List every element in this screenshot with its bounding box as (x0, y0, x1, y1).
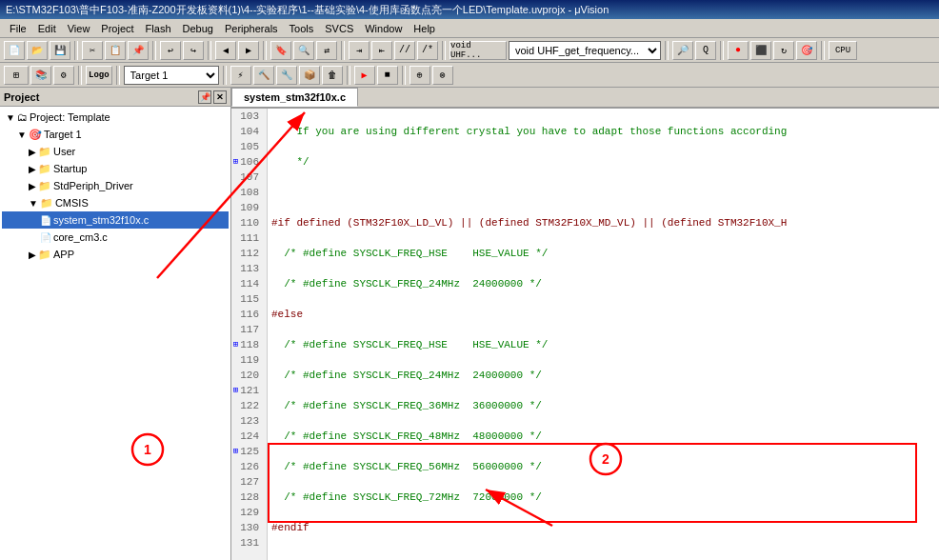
startup-expand-icon: ▶ (29, 164, 36, 174)
panel-pin-icon[interactable]: 📌 (198, 90, 211, 104)
debug-btn[interactable]: 🔎 (672, 41, 693, 60)
nav-back[interactable]: ◀ (215, 41, 236, 60)
batch-btn[interactable]: 📦 (299, 66, 320, 85)
nav-fwd[interactable]: ▶ (238, 41, 259, 60)
settings-btn[interactable]: ⚙ (53, 66, 74, 85)
q-btn[interactable]: Q (695, 41, 716, 60)
code-area[interactable]: 103 104 105 ⊞106 107 108 109 110 111 112… (231, 109, 939, 560)
stop-btn[interactable]: ⬛ (750, 41, 771, 60)
menu-file[interactable]: File (4, 21, 32, 36)
logo-btn[interactable]: Logo (86, 66, 112, 85)
open-btn[interactable]: 📂 (27, 41, 48, 60)
menu-help[interactable]: Help (408, 21, 441, 36)
tree-project-root[interactable]: ▼ 🗂 Project: Template (2, 109, 229, 126)
sep5 (341, 41, 345, 60)
paste-btn[interactable]: 📌 (128, 41, 149, 60)
sep10 (78, 66, 82, 85)
replace-btn[interactable]: ⇄ (316, 41, 337, 60)
tab-label: system_stm32f10x.c (244, 91, 346, 103)
copy-btn[interactable]: 📋 (105, 41, 126, 60)
rebuild-btn[interactable]: 🔧 (276, 66, 297, 85)
project-name: Project: Template (30, 111, 110, 123)
panel-header-icons: 📌 ✕ (198, 90, 227, 104)
system-file-label: system_stm32f10x.c (53, 214, 149, 226)
core-file-label: core_cm3.c (53, 231, 108, 243)
new-btn[interactable]: 📄 (4, 41, 25, 60)
panel-title: Project (4, 91, 39, 103)
target-select[interactable]: Target 1 (124, 66, 219, 85)
undo-btn[interactable]: ↩ (160, 41, 181, 60)
function-select[interactable]: void UHF_get_frequency... (509, 41, 661, 60)
dbg-start[interactable]: ▶ (354, 66, 375, 85)
run-btn[interactable]: ● (728, 41, 749, 60)
build-btn[interactable]: void UHF... (450, 41, 507, 60)
sep7 (665, 41, 669, 60)
cpu-btn[interactable]: CPU (829, 41, 857, 60)
menu-svcs[interactable]: SVCS (319, 21, 359, 36)
tree-stdperiph[interactable]: ▶ 📁 StdPeriph_Driver (2, 177, 229, 194)
project-panel: Project 📌 ✕ ▼ 🗂 Project: Template ▼ 🎯 Ta… (0, 88, 231, 560)
sep8 (720, 41, 724, 60)
sep6 (442, 41, 446, 60)
menu-debug[interactable]: Debug (177, 21, 219, 36)
project-btn[interactable]: ⊞ (4, 66, 29, 85)
target-expand-icon: ▼ (17, 130, 27, 140)
startup-label: Startup (53, 163, 87, 174)
tab-system[interactable]: system_stm32f10x.c (231, 88, 358, 107)
tree-user[interactable]: ▶ 📁 User (2, 143, 229, 160)
sep4 (263, 41, 267, 60)
toolbar-2: ⊞ 📚 ⚙ Logo Target 1 ⚡ 🔨 🔧 📦 🗑 ▶ ■ ⊕ ⊗ (0, 63, 939, 88)
uncomment-btn[interactable]: /* (417, 41, 438, 60)
target-btn[interactable]: 🎯 (796, 41, 817, 60)
translate-btn[interactable]: ⚡ (230, 66, 251, 85)
misc2-btn[interactable]: ⊗ (432, 66, 453, 85)
book-btn[interactable]: 📚 (30, 66, 51, 85)
menu-project[interactable]: Project (95, 21, 139, 36)
menu-view[interactable]: View (62, 21, 96, 36)
menu-edit[interactable]: Edit (32, 21, 62, 36)
stdperiph-expand-icon: ▶ (29, 181, 36, 191)
line-numbers: 103 104 105 ⊞106 107 108 109 110 111 112… (231, 109, 268, 560)
clean-btn[interactable]: 🗑 (322, 66, 343, 85)
core-file-icon: 📄 (40, 232, 51, 243)
build2-btn[interactable]: 🔨 (253, 66, 274, 85)
step-btn[interactable]: ↻ (773, 41, 794, 60)
target1-label: Target 1 (44, 129, 82, 140)
menu-peripherals[interactable]: Peripherals (219, 21, 284, 36)
find-btn[interactable]: 🔍 (293, 41, 314, 60)
outdent-btn[interactable]: ⇤ (371, 41, 392, 60)
title-text: E:\STM32F103\普中F103-准南-Z200开发板资料(1)\4--实… (6, 3, 609, 17)
tree-core-file[interactable]: 📄 core_cm3.c (2, 229, 229, 246)
sep13 (347, 66, 350, 85)
cmsis-label: CMSIS (55, 197, 89, 209)
system-file-icon: 📄 (40, 215, 51, 226)
tree-startup[interactable]: ▶ 📁 Startup (2, 160, 229, 177)
cmsis-expand-icon: ▼ (29, 198, 38, 209)
code-content[interactable]: If you are using different crystal you h… (268, 109, 939, 560)
project-expand-icon: ▼ (6, 112, 15, 123)
tree-app[interactable]: ▶ 📁 APP (2, 246, 229, 263)
tree-target1[interactable]: ▼ 🎯 Target 1 (2, 126, 229, 143)
menu-flash[interactable]: Flash (140, 21, 177, 36)
save-btn[interactable]: 💾 (50, 41, 70, 60)
bookmark-btn[interactable]: 🔖 (270, 41, 291, 60)
sep2 (152, 41, 156, 60)
indent-btn[interactable]: ⇥ (349, 41, 370, 60)
tree-system-file[interactable]: 📄 system_stm32f10x.c (2, 211, 229, 229)
tree-area: ▼ 🗂 Project: Template ▼ 🎯 Target 1 ▶ 📁 U… (0, 107, 230, 560)
user-label: User (53, 146, 75, 157)
dbg-stop[interactable]: ■ (377, 66, 398, 85)
misc1-btn[interactable]: ⊕ (410, 66, 430, 85)
sep3 (208, 41, 211, 60)
menu-window[interactable]: Window (359, 21, 408, 36)
comment-btn[interactable]: // (394, 41, 415, 60)
user-expand-icon: ▶ (29, 147, 36, 157)
editor-area: system_stm32f10x.c 103 104 105 ⊞106 107 … (231, 88, 939, 560)
tree-cmsis[interactable]: ▼ 📁 CMSIS (2, 194, 229, 211)
redo-btn[interactable]: ↪ (183, 41, 204, 60)
sep12 (223, 66, 227, 85)
menu-tools[interactable]: Tools (284, 21, 320, 36)
panel-close-icon[interactable]: ✕ (213, 90, 227, 104)
menu-bar: File Edit View Project Flash Debug Perip… (0, 19, 939, 38)
cut-btn[interactable]: ✂ (82, 41, 103, 60)
